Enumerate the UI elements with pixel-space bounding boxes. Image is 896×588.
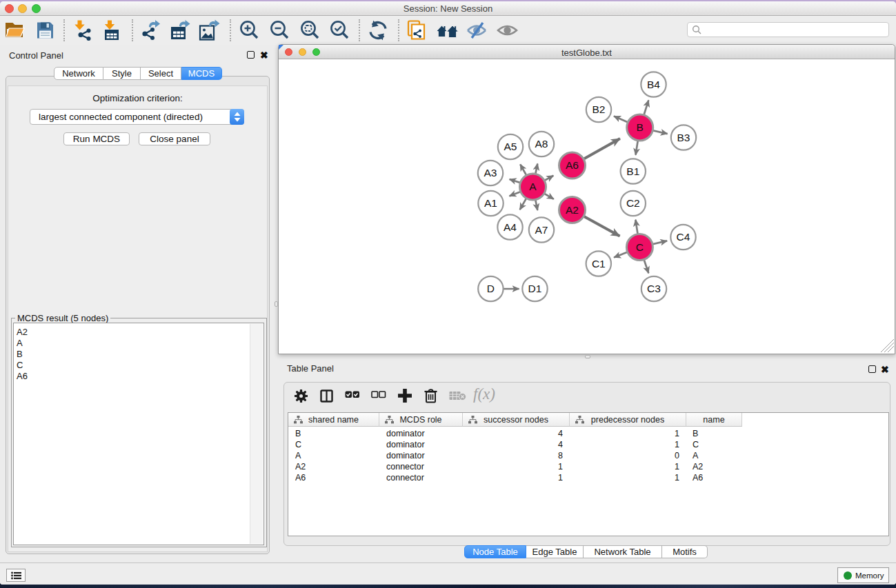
svg-text:A1: A1 — [484, 197, 497, 209]
svg-text:A4: A4 — [504, 221, 517, 233]
svg-text:A7: A7 — [535, 224, 548, 236]
svg-text:A2: A2 — [566, 204, 579, 216]
svg-text:C3: C3 — [647, 283, 661, 294]
svg-text:B4: B4 — [647, 79, 660, 90]
svg-text:B2: B2 — [593, 103, 606, 115]
svg-text:A8: A8 — [535, 138, 548, 150]
svg-text:C: C — [636, 241, 644, 253]
svg-text:A5: A5 — [504, 141, 517, 152]
svg-text:A3: A3 — [484, 167, 497, 179]
svg-text:C2: C2 — [626, 197, 640, 209]
svg-text:A6: A6 — [566, 159, 579, 171]
svg-text:B: B — [637, 121, 644, 133]
svg-text:D1: D1 — [528, 283, 542, 294]
svg-text:D: D — [487, 283, 495, 294]
svg-text:C4: C4 — [677, 231, 690, 243]
svg-text:B1: B1 — [626, 165, 639, 177]
svg-text:C1: C1 — [592, 258, 606, 270]
svg-text:B3: B3 — [677, 132, 690, 143]
svg-text:A: A — [529, 181, 537, 192]
